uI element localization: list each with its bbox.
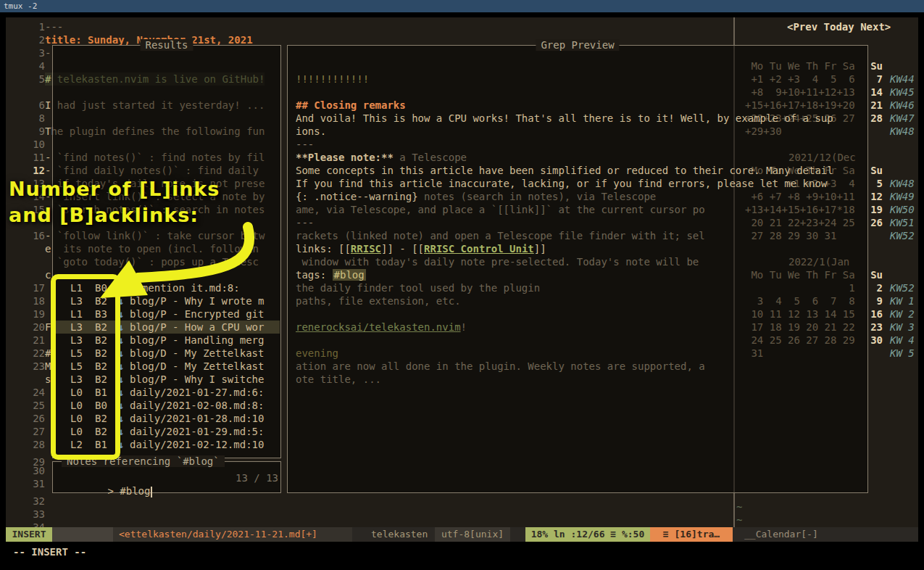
- calendar-sunday[interactable]: 12: [864, 190, 883, 203]
- entry-text: blog/P - Handling merg: [130, 334, 264, 347]
- calendar-sunday[interactable]: Su: [864, 59, 883, 73]
- calendar-sunday[interactable]: 2: [864, 281, 883, 294]
- line-number: 20: [14, 321, 45, 334]
- warning-indicator: ≡ [16]tra…: [650, 527, 733, 542]
- buffer-line: -: [45, 46, 51, 59]
- prompt-input[interactable]: > #blog: [59, 471, 152, 511]
- preview-line: If you find this article inaccurate, lac…: [296, 177, 827, 190]
- preview-segment: notes (search in notes), via Telescope: [418, 191, 657, 202]
- preview-segment: a Telescope: [394, 152, 467, 163]
- annotation-highlight-box: [51, 274, 120, 460]
- calendar-sunday[interactable]: 14: [864, 86, 883, 99]
- preview-segment: the daily finder tool used by the plugin: [296, 282, 540, 294]
- grep-preview-float: Grep Preview !!!!!!!!!!!!## Closing rema…: [287, 45, 868, 493]
- line-number: 6: [14, 99, 45, 112]
- calendar-sunday[interactable]: Su: [864, 164, 883, 177]
- line-number: 30: [14, 464, 45, 477]
- preview-line: ## Closing remarks: [296, 99, 406, 112]
- calendar-week-number: KW52: [890, 281, 915, 294]
- grep-preview-title: Grep Preview: [536, 39, 619, 51]
- preview-line: links: [[RRISC]] - [[RRISC Control Unit]…: [296, 242, 546, 255]
- calendar-sunday[interactable]: 19: [864, 203, 883, 216]
- calendar-week-number: KW 1: [890, 294, 915, 307]
- calendar-week-number: KW46: [890, 99, 915, 112]
- preview-segment: [[: [412, 243, 424, 255]
- line-number: 2: [14, 33, 45, 46]
- line-number: 28: [14, 438, 45, 451]
- line-number: 18: [14, 294, 45, 307]
- line-number: 4: [14, 59, 45, 73]
- calendar-sunday[interactable]: 5: [864, 177, 883, 190]
- line-number: 32: [14, 495, 45, 508]
- preview-segment: window with today's daily note pre-selec…: [296, 256, 699, 268]
- preview-segment: ions.: [296, 125, 326, 137]
- calendar-week-number: KW 3: [890, 321, 915, 334]
- preview-line: tags: #blog: [296, 268, 366, 281]
- prompt-counter: 13 / 13: [236, 471, 278, 484]
- buffer-line: ---: [45, 20, 63, 33]
- preview-segment: ---: [296, 139, 314, 150]
- entry-text: daily/2021-01-29.md:5:: [130, 425, 264, 438]
- calendar-sunday[interactable]: 28: [864, 112, 883, 125]
- preview-line: ation are now all done in the plugin. We…: [296, 360, 705, 373]
- calendar-week-number: KW45: [890, 86, 915, 99]
- calendar-sunday[interactable]: 26: [864, 216, 883, 229]
- line-number: 33: [14, 508, 45, 521]
- entry-text: blog/P - How a CPU wor: [130, 321, 264, 334]
- preview-segment: !: [461, 321, 467, 333]
- preview-line: the daily finder tool used by the plugin: [296, 281, 540, 294]
- calendar-sunday[interactable]: 9: [864, 294, 883, 307]
- preview-line: paths, file extension, etc.: [296, 294, 461, 307]
- preview-line: ote title, ...: [296, 373, 381, 386]
- preview-line: **Please note:** a Telescope: [296, 151, 467, 164]
- line-number: 23: [14, 360, 45, 373]
- mode-indicator: INSERT: [6, 527, 52, 542]
- calendar-week-number: KW50: [890, 203, 915, 216]
- calendar-week-number: KW44: [890, 73, 915, 86]
- line-number: 8: [14, 112, 45, 125]
- preview-segment: paths, file extension, etc.: [296, 295, 461, 307]
- calendar-week-number: KW 2: [890, 307, 915, 321]
- calendar-sunday[interactable]: 16: [864, 307, 883, 321]
- line-number: 11: [14, 151, 45, 164]
- preview-line: renerocksai/telekasten.nvim!: [296, 321, 467, 334]
- calendar-sunday[interactable]: Su: [864, 268, 883, 281]
- preview-line: window with today's daily note pre-selec…: [296, 255, 699, 268]
- line-number: 9: [14, 125, 45, 138]
- line-number: 27: [14, 425, 45, 438]
- line-number: 21: [14, 334, 45, 347]
- calendar-nav[interactable]: <Prev Today Next>: [787, 20, 891, 33]
- calendar-week-number: KW 5: [890, 347, 915, 360]
- line-number: 17: [14, 281, 45, 294]
- calendar-week-number: KW52: [890, 229, 915, 242]
- calendar-sunday[interactable]: 23: [864, 321, 883, 334]
- calendar-week-number: KW48: [890, 125, 915, 138]
- preview-line: !!!!!!!!!!!!: [296, 73, 369, 86]
- preview-line: {: .notice--warning} notes (search in no…: [296, 190, 656, 203]
- preview-segment: **Please note:**: [296, 152, 394, 163]
- annotation-line1: Number of [L]inks: [9, 177, 220, 202]
- line-number: 19: [14, 307, 45, 321]
- line-number: 16: [14, 229, 45, 242]
- calendar-statusline: __Calendar[-]: [733, 527, 918, 542]
- preview-segment: RRISC: [351, 243, 381, 255]
- entry-text: blog/D - My Zettelkast: [130, 360, 264, 373]
- calendar-week-number: KW49: [890, 190, 915, 203]
- plugin-name: telekasten: [371, 527, 428, 542]
- filename: <ettelkasten/daily/2021-11-21.md[+]: [113, 527, 352, 542]
- preview-segment: ]]: [534, 243, 546, 255]
- calendar-sunday[interactable]: 7: [864, 73, 883, 86]
- preview-segment: Some concepts in this article have been …: [296, 165, 833, 176]
- prompt-float: Notes referencing `#blog` > #blog 13 / 1…: [52, 461, 281, 493]
- calendar-sunday[interactable]: 21: [864, 99, 883, 112]
- entry-text: blog/D - My Zettelkast: [130, 347, 264, 360]
- preview-segment: links: [[: [296, 243, 351, 255]
- preview-segment: If you find this article inaccurate, lac…: [296, 178, 827, 189]
- calendar-sunday[interactable]: 30: [864, 334, 883, 347]
- preview-segment: RRISC Control Unit: [424, 243, 534, 255]
- preview-segment: #blog: [333, 269, 366, 281]
- preview-line: ions.: [296, 125, 326, 138]
- preview-segment: renerocksai/telekasten.nvim: [296, 321, 461, 333]
- entry-text: blog/P - Why I switche: [130, 373, 264, 386]
- preview-segment: ote title, ...: [296, 373, 381, 385]
